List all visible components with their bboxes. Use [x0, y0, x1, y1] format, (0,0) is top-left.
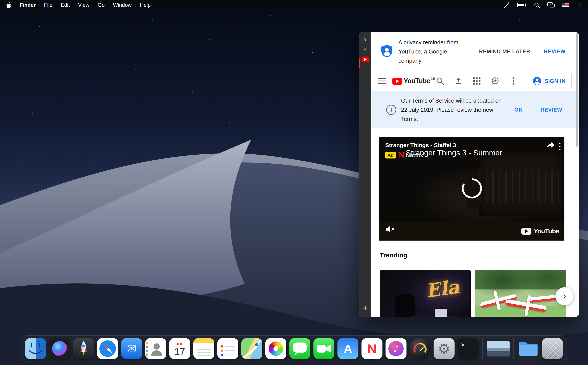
dock-siri-icon[interactable] — [49, 338, 70, 359]
window-scrollbar[interactable] — [576, 33, 578, 147]
hamburger-menu-icon[interactable] — [378, 78, 386, 84]
envelope-icon: ✉ — [127, 342, 136, 355]
dock-news-icon[interactable]: N — [361, 338, 383, 359]
calendar-month: JUL — [176, 342, 184, 346]
browser-window: › + A privacy reminder from YouTube, a G… — [359, 32, 579, 317]
sign-in-label: SIGN IN — [545, 78, 566, 84]
menu-bar: Finder File Edit View Go Window Help — [0, 0, 588, 10]
youtube-logo-text: YouTube — [404, 77, 430, 85]
menu-item-go[interactable]: Go — [98, 2, 105, 8]
sidebar-expand-chevron-icon[interactable]: › — [364, 35, 367, 43]
youtube-region-label: DE — [431, 77, 435, 80]
youtube-watermark-play-icon — [521, 228, 531, 235]
battery-status-icon[interactable] — [517, 1, 526, 8]
remind-me-later-button[interactable]: REMIND ME LATER — [479, 49, 530, 55]
displays-status-icon[interactable] — [547, 1, 555, 8]
terminal-prompt-glyph: >_ — [461, 341, 468, 348]
music-note-glyph: ♪ — [393, 344, 399, 354]
apple-menu-icon[interactable] — [7, 1, 11, 8]
dock-separator — [514, 338, 514, 359]
dock-separator — [482, 338, 483, 359]
kebab-menu-icon[interactable] — [509, 77, 518, 85]
terms-message: Our Terms of Service will be updated on … — [401, 96, 506, 124]
trending-thumb-model-planes[interactable] — [475, 270, 566, 317]
menu-app-name[interactable]: Finder — [20, 2, 35, 8]
spotlight-search-icon[interactable] — [534, 1, 540, 8]
sign-in-button[interactable]: SIGN IN — [527, 74, 572, 88]
youtube-logo[interactable]: YouTube DE — [392, 77, 435, 85]
active-service-indicator — [359, 59, 360, 68]
desktop: Finder File Edit View Go Window Help — [0, 0, 588, 365]
share-icon[interactable] — [546, 142, 555, 150]
workspace-sidebar: › + — [359, 32, 371, 317]
upload-icon[interactable] — [454, 77, 463, 85]
appstore-a-glyph: A — [344, 342, 352, 355]
dock-notes-icon[interactable] — [193, 338, 214, 359]
player-kebab-menu-icon[interactable] — [559, 143, 560, 150]
dock-system-preferences-icon[interactable]: ⚙ — [433, 338, 454, 359]
privacy-message: A privacy reminder from YouTube, a Googl… — [398, 38, 468, 65]
thumb-ela-title: Ela — [425, 275, 461, 302]
terms-review-button[interactable]: REVIEW — [541, 107, 562, 113]
dock-facetime-icon[interactable] — [313, 338, 334, 359]
dock-reminders-icon[interactable] — [217, 338, 238, 359]
youtube-apps-grid-icon[interactable] — [473, 77, 481, 85]
carousel-next-button[interactable]: › — [555, 287, 573, 305]
news-n-glyph: N — [367, 341, 376, 356]
netflix-logo-icon: N — [398, 151, 404, 160]
avatar-icon — [533, 77, 541, 85]
youtube-play-box-icon — [392, 78, 402, 85]
dock-dashboard-icon[interactable] — [410, 338, 431, 359]
add-service-button[interactable]: + — [363, 304, 368, 312]
menu-item-window[interactable]: Window — [113, 2, 132, 8]
dock-downloads-folder-icon[interactable] — [518, 338, 539, 359]
calendar-day: 17 — [175, 347, 185, 357]
dock-safari-icon[interactable] — [97, 338, 118, 359]
dock-screenshot-preview[interactable] — [487, 341, 510, 357]
youtube-page: A privacy reminder from YouTube, a Googl… — [371, 32, 579, 317]
privacy-review-button[interactable]: REVIEW — [544, 49, 566, 55]
messages-bubble-icon[interactable] — [491, 77, 500, 85]
youtube-watermark-text: YouTube — [534, 227, 559, 235]
menu-item-help[interactable]: Help — [140, 2, 150, 8]
terms-update-banner: i Our Terms of Service will be updated o… — [371, 91, 579, 128]
dock-finder-icon[interactable] — [25, 338, 46, 359]
youtube-header: YouTube DE — [371, 71, 579, 91]
search-icon[interactable] — [436, 77, 445, 85]
dock-trash-icon[interactable] — [542, 338, 563, 359]
dock-maps-icon[interactable] — [241, 338, 262, 359]
pen-tablet-status-icon[interactable] — [503, 1, 510, 8]
info-icon: i — [386, 105, 396, 115]
video-overlay-title: Stranger Things 3 - Summer — [406, 148, 502, 157]
dock-itunes-icon[interactable]: ♪ — [385, 338, 406, 359]
trending-heading: Trending — [380, 252, 579, 259]
menu-item-edit[interactable]: Edit — [61, 2, 70, 8]
privacy-reminder-banner: A privacy reminder from YouTube, a Googl… — [371, 32, 579, 71]
ad-title: Stranger Things - Staffel 3 — [385, 142, 456, 149]
dock-messages-icon[interactable] — [290, 338, 310, 359]
dock-photos-icon[interactable] — [265, 338, 286, 359]
menu-item-view[interactable]: View — [78, 2, 89, 8]
notification-center-icon[interactable] — [576, 1, 583, 8]
menu-item-file[interactable]: File — [44, 2, 52, 8]
thumb-figure-silhouette — [395, 294, 415, 317]
youtube-service-icon[interactable] — [361, 56, 369, 62]
sidebar-service-dot[interactable] — [364, 49, 366, 50]
dock-calendar-icon[interactable]: JUL 17 — [169, 338, 190, 359]
terms-ok-button[interactable]: OK — [514, 107, 523, 113]
loading-spinner — [461, 177, 483, 200]
chevron-right-icon: › — [563, 291, 566, 301]
input-source-flag-icon[interactable] — [562, 1, 569, 8]
trending-thumb-music-video[interactable]: Ela — [380, 270, 471, 317]
dock-launchpad-icon[interactable] — [73, 338, 94, 359]
dock-contacts-icon[interactable] — [145, 338, 166, 359]
dock-mail-icon[interactable]: ✉ — [121, 338, 142, 359]
gear-icon: ⚙ — [438, 341, 450, 357]
thumb-laptop — [435, 309, 447, 317]
ad-badge: Ad — [385, 152, 396, 159]
dock-terminal-icon[interactable]: >_ — [458, 338, 479, 359]
mute-icon[interactable] — [386, 225, 395, 234]
dock-appstore-icon[interactable]: A — [338, 338, 358, 359]
youtube-watermark: YouTube — [521, 227, 559, 235]
video-player[interactable]: Stranger Things - Staffel 3 Ad N Netflix… — [379, 137, 564, 241]
